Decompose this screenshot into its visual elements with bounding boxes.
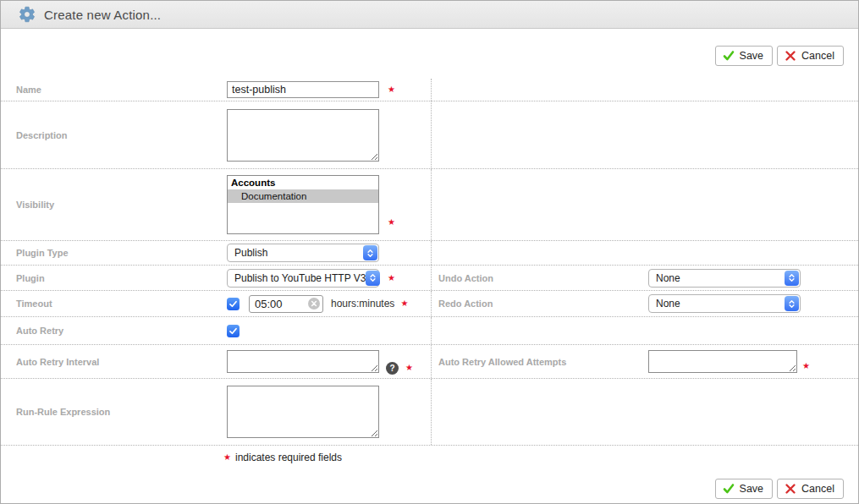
required-star: ★ <box>388 274 395 282</box>
form-row-plugin-type: Plugin Type Publish <box>1 241 858 266</box>
gear-icon <box>18 5 36 24</box>
visibility-label: Visibility <box>16 200 54 210</box>
required-star: ★ <box>388 218 395 227</box>
timeout-label: Timeout <box>16 299 52 309</box>
timeout-suffix: hours:minutes <box>331 298 394 310</box>
save-button[interactable]: Save <box>715 479 774 499</box>
save-button[interactable]: Save <box>715 46 774 66</box>
chevron-up-down-icon <box>366 271 380 286</box>
chevron-up-down-icon <box>785 296 799 311</box>
required-star: ★ <box>400 299 408 308</box>
form-row-visibility: Visibility Accounts Documentation ★ <box>1 169 858 241</box>
form-row-timeout: Timeout hours:minutes ★ Redo Action None <box>1 291 858 317</box>
form-row-plugin: Plugin Publish to YouTube HTTP V3 ★ Undo… <box>1 266 858 291</box>
form-row-description: Description <box>1 101 858 169</box>
chevron-up-down-icon <box>785 271 799 286</box>
cancel-button[interactable]: Cancel <box>777 479 844 499</box>
create-action-form: Name ★ Description Visibility Accounts D… <box>1 79 858 471</box>
check-icon <box>723 50 735 62</box>
auto-retry-interval-textarea[interactable] <box>227 350 379 373</box>
page-title: Create new Action... <box>44 8 161 22</box>
plugin-type-select-value: Publish <box>234 247 267 259</box>
clear-icon[interactable] <box>308 298 320 310</box>
required-star: ★ <box>388 85 395 94</box>
undo-action-select[interactable]: None <box>648 269 801 288</box>
run-rule-expression-label: Run-Rule Expression <box>16 407 110 417</box>
plugin-type-select[interactable]: Publish <box>227 244 379 262</box>
required-fields-note-text: indicates required fields <box>235 452 342 463</box>
cancel-button-label: Cancel <box>801 50 834 62</box>
form-row-name: Name ★ <box>1 79 858 101</box>
redo-action-select-value: None <box>656 298 680 310</box>
x-icon <box>785 483 796 495</box>
visibility-group-accounts: Accounts <box>228 176 378 189</box>
description-label: Description <box>16 130 68 140</box>
undo-action-label: Undo Action <box>438 273 493 283</box>
cancel-button-label: Cancel <box>801 483 834 495</box>
help-icon[interactable]: ? <box>386 362 399 375</box>
plugin-select-value: Publish to YouTube HTTP V3 <box>234 272 366 284</box>
bottom-button-bar: Save Cancel <box>1 471 858 499</box>
auto-retry-allowed-attempts-textarea[interactable] <box>648 350 797 373</box>
name-input[interactable] <box>227 81 379 98</box>
plugin-label: Plugin <box>16 273 45 283</box>
plugin-select[interactable]: Publish to YouTube HTTP V3 <box>227 269 379 288</box>
visibility-listbox[interactable]: Accounts Documentation <box>227 175 379 234</box>
auto-retry-checkbox[interactable] <box>227 325 240 337</box>
create-action-panel: Create new Action... Save Cancel Name ★ <box>0 0 859 504</box>
auto-retry-allowed-attempts-label: Auto Retry Allowed Attempts <box>438 357 566 367</box>
required-star: ★ <box>802 362 810 370</box>
description-textarea[interactable] <box>227 109 379 162</box>
visibility-option-documentation[interactable]: Documentation <box>228 189 378 203</box>
top-button-bar: Save Cancel <box>1 29 858 72</box>
save-button-label: Save <box>740 483 764 495</box>
run-rule-expression-textarea[interactable] <box>227 386 379 438</box>
form-row-run-rule-expression: Run-Rule Expression <box>1 379 858 446</box>
x-icon <box>785 50 796 62</box>
redo-action-label: Redo Action <box>438 299 493 309</box>
required-star: ★ <box>405 364 413 372</box>
redo-action-select[interactable]: None <box>648 294 801 313</box>
chevron-up-down-icon <box>363 245 377 260</box>
auto-retry-interval-label: Auto Retry Interval <box>16 357 99 367</box>
timeout-value-input[interactable] <box>255 298 295 310</box>
timeout-checkbox[interactable] <box>227 298 240 310</box>
titlebar: Create new Action... <box>1 1 858 29</box>
plugin-type-label: Plugin Type <box>16 248 69 258</box>
required-star: ★ <box>223 453 231 462</box>
undo-action-select-value: None <box>656 272 680 284</box>
form-row-auto-retry-interval: Auto Retry Interval ? ★ Auto Retry Allow… <box>1 345 858 379</box>
auto-retry-label: Auto Retry <box>16 326 63 336</box>
form-row-auto-retry: Auto Retry <box>1 317 858 345</box>
save-button-label: Save <box>740 50 764 62</box>
required-fields-note: ★ indicates required fields <box>1 446 858 471</box>
cancel-button[interactable]: Cancel <box>777 46 844 66</box>
name-label: Name <box>16 85 41 95</box>
check-icon <box>723 483 735 495</box>
timeout-input[interactable] <box>249 295 323 313</box>
